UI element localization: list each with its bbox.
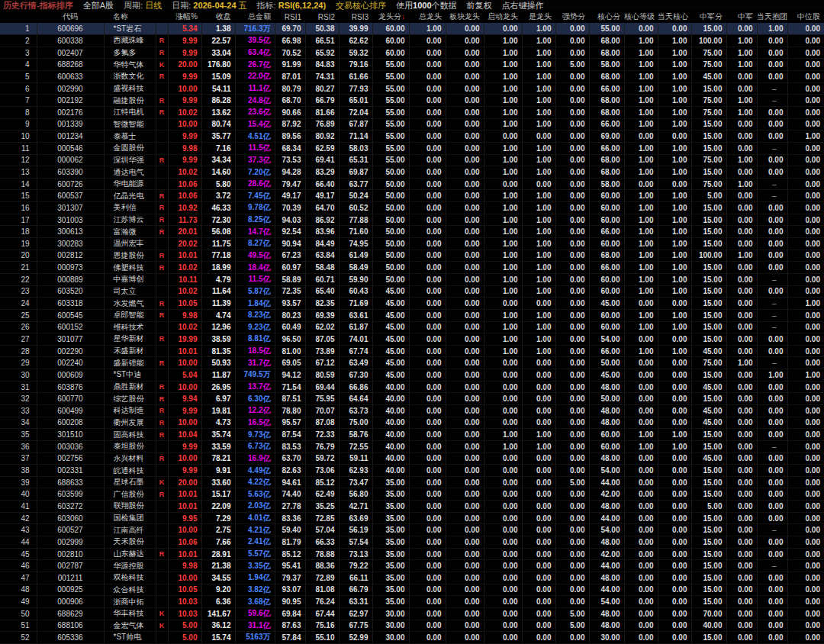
table-row[interactable]: 18300613富瀚微R20.0156.0814.7亿92.5483.9671.… (0, 226, 824, 238)
indicator-control[interactable]: 指标: RSI(6,12,24) (257, 0, 327, 11)
column-header-rsi1[interactable]: RSI1 (275, 11, 305, 23)
market-selector[interactable]: 全部A股 (83, 0, 114, 11)
table-row[interactable]: 20002812恩捷股份R10.0177.1849.5亿67.2363.8461… (0, 250, 824, 262)
row-index: 43 (0, 524, 37, 536)
stock-code: 600696 (37, 23, 104, 35)
column-header-midarmy[interactable]: 中军 (726, 11, 757, 23)
change-pct: 9.98 (168, 560, 201, 572)
table-row[interactable]: 49000906浙商中拓10.036.363.68亿90.9576.2463.3… (0, 596, 824, 608)
table-row[interactable]: 19300283温州宏丰20.0211.758.27亿90.9484.4974.… (0, 238, 824, 250)
table-row[interactable]: 13603390通达电气10.0214.607.20亿94.2883.2969.… (0, 166, 824, 179)
table-row[interactable]: 32600770综艺股份R9.946.976.30亿87.5175.9564.6… (0, 393, 824, 405)
row-index: 51 (0, 620, 37, 632)
column-header-start-dragon[interactable]: 启动龙头 (484, 11, 522, 23)
column-header-today-huddle[interactable]: 当天抱团 (757, 11, 787, 23)
sort-mode[interactable]: 交易核心排序 (336, 0, 386, 11)
table-row[interactable]: 34600208衢州发展R10.004.7316.5亿95.5787.0875.… (0, 417, 824, 429)
table-row[interactable]: 27301077星华新材R19.9938.598.81亿96.5087.0574… (0, 333, 824, 346)
column-header-close-price[interactable]: 收盘 (201, 11, 235, 23)
table-row[interactable]: 9001339智微智能10.0080.7415.4亿87.9276.8967.8… (0, 118, 824, 130)
column-header-midarmy-score[interactable]: 中军分 (691, 11, 726, 23)
indicator-value[interactable]: RSI(6,12,24) (278, 1, 326, 10)
table-row[interactable]: 17301003江苏博云R11.7372.308.25亿94.0386.9277… (0, 214, 824, 226)
change-pct: 10.92 (168, 202, 201, 214)
column-header-change-pct[interactable]: 涨幅% (168, 11, 201, 23)
table-row[interactable]: 52605336*ST帅电5.0015.745163万57.8455.1052.… (0, 632, 824, 644)
column-header-core-score[interactable]: 核心分 (589, 11, 624, 23)
table-row[interactable]: 39688633星球石墨K20.0033.604.22亿94.6185.1273… (0, 476, 824, 488)
column-header-median-stock[interactable]: 中位股 (787, 11, 824, 23)
table-row[interactable]: 50688629华丰科技K10.03141.6759.6亿69.8467.446… (0, 607, 824, 620)
table-row[interactable]: 42603060国检集团9.957.294.01亿83.3672.8563.69… (0, 512, 824, 524)
table-row[interactable]: 1600696*ST岩石5.341.38716.3万69.7050.3839.9… (0, 23, 824, 35)
table-row[interactable]: 3002407多氟多R9.9933.0463.4亿70.5265.9259.32… (0, 47, 824, 59)
core-level: 0.00 (624, 584, 658, 596)
period-value[interactable]: 日线 (145, 1, 162, 10)
core-score: 44.00 (589, 560, 624, 572)
total-dragon: 0.00 (409, 202, 446, 214)
table-row[interactable]: 16301307美利信R10.9246.339.78亿70.3964.7060.… (0, 202, 824, 214)
today-huddle: 0.00 (757, 226, 787, 238)
column-header-dragon-score[interactable]: 龙头分↓ (372, 11, 409, 23)
column-header-core-level[interactable]: 核心等级 (624, 11, 658, 23)
table-row[interactable]: 46002787华源控股9.9821.383.35亿95.4188.3679.2… (0, 560, 824, 572)
table-row[interactable]: 10001234泰慕士9.9935.774.51亿89.5680.9271.14… (0, 130, 824, 143)
board-marker: R (156, 488, 168, 501)
stock-code: 603060 (37, 512, 104, 524)
table-row[interactable]: 26600152维科技术10.0212.969.23亿60.4962.0261.… (0, 321, 824, 333)
dragon-score: 50.00 (372, 238, 409, 250)
table-row[interactable]: 5600633浙数文化R9.9915.0922.0亿87.0174.3161.6… (0, 71, 824, 83)
column-header-is-dragon[interactable]: 是龙头 (522, 11, 555, 23)
table-row[interactable]: 51688106金宏气体K5.0036.1231.1亿87.6375.1667.… (0, 620, 824, 632)
table-row[interactable]: 47001211双枪科技10.0034.551.94亿79.3772.8966.… (0, 572, 824, 584)
table-row[interactable]: 38002331皖通科技9.999.914.49亿82.6373.0662.93… (0, 465, 824, 477)
period-control[interactable]: 周期: 日线 (124, 0, 162, 11)
adjust-mode[interactable]: 前复权 (467, 0, 492, 11)
date-control[interactable]: 日期: 2026-04-24 五 (172, 0, 246, 11)
table-row[interactable]: 21000973佛塑科技R10.0218.9918.4亿60.9758.4858… (0, 262, 824, 274)
table-row[interactable]: 36003036泰坦股份9.9933.596.73亿83.5376.7972.5… (0, 440, 824, 452)
table-row[interactable]: 28002290禾盛新材10.0181.3518.5亿81.0073.8967.… (0, 345, 824, 357)
table-row[interactable]: 33600499科达制造R9.9919.8112.2亿78.8070.0763.… (0, 405, 824, 417)
table-row[interactable]: 15600537亿晶光电R10.063.727.45亿49.1749.1750.… (0, 190, 824, 202)
today-core: 0.00 (658, 333, 691, 346)
table-row[interactable]: 7002192融捷股份R9.9986.2824.8亿68.7066.7965.0… (0, 95, 824, 107)
table-row[interactable]: 35301510固高科技R10.0435.749.73亿87.5472.3358… (0, 429, 824, 441)
column-header-rsi2[interactable]: RSI2 (305, 11, 339, 23)
table-row[interactable]: 8002176江特电机R10.0213.6223.6亿90.6681.6672.… (0, 106, 824, 118)
rsi3: 62.62 (339, 35, 372, 47)
table-row[interactable]: 29002240盛新锂能R10.0050.9331.7亿69.0567.1263… (0, 357, 824, 369)
column-header-rsi3[interactable]: RSI3 (339, 11, 372, 23)
table-row[interactable]: 22000889中嘉博创10.114.7911.5亿58.8960.7159.9… (0, 273, 824, 285)
column-header-stock-name[interactable]: 名称 (104, 11, 156, 23)
date-value[interactable]: 2026-04-24 (193, 1, 236, 10)
close-price: 34.34 (201, 154, 235, 166)
table-row[interactable]: 23603520司太立10.0211.645.87亿72.3565.4060.4… (0, 285, 824, 298)
table-row[interactable]: 11000546金圆股份9.987.1611.5亿68.3462.5958.03… (0, 142, 824, 154)
strength-score: 0.00 (555, 465, 589, 477)
table-row[interactable]: 6002990盛视科技10.0054.1111.1亿80.7980.2777.9… (0, 82, 824, 95)
table-row[interactable]: 43600527江南高纤10.002.754.21亿59.4057.0456.1… (0, 524, 824, 536)
table-row[interactable]: 12000062深圳华强R9.9934.3437.3亿73.5369.4165.… (0, 154, 824, 166)
table-row[interactable]: 14600726华电能源10.065.8028.6亿79.4766.4063.7… (0, 178, 824, 190)
table-row[interactable]: 25600545卓郎智能R9.984.748.23亿80.2369.3963.6… (0, 309, 824, 321)
column-header-sector-dragon[interactable]: 板块龙头 (446, 11, 484, 23)
column-header-stock-code[interactable]: 代码 (37, 11, 104, 23)
table-row[interactable]: 45002810山东赫达R10.0128.915.57亿85.1278.8873… (0, 548, 824, 560)
table-row[interactable]: 48000925众合科技10.059.203.82亿93.0781.0866.7… (0, 584, 824, 596)
column-header-today-core[interactable]: 当天核心 (658, 11, 691, 23)
table-row[interactable]: 30000609*ST中迪5.0411.87749.5万94.1280.5967… (0, 369, 824, 382)
table-row[interactable]: 37002756永兴材料R10.0078.2116.9亿63.7059.7259… (0, 452, 824, 465)
table-row[interactable]: 44002999天禾股份10.067.662.41亿81.7966.3357.5… (0, 536, 824, 549)
table-row[interactable]: 24603318水发燃气R10.0511.391.84亿93.5782.3571… (0, 298, 824, 310)
column-header-total-dragon[interactable]: 总龙头 (409, 11, 446, 23)
table-row[interactable]: 4688268华特气体K20.00176.8026.7亿91.9984.8379… (0, 59, 824, 71)
table-row[interactable]: 31603876鼎胜新材R10.0026.9513.7亿71.5469.4466… (0, 381, 824, 393)
column-header-strength-score[interactable]: 强势分 (555, 11, 589, 23)
table-row[interactable]: 40603599广信股份R10.0115.175.63亿74.4062.4956… (0, 488, 824, 501)
dragon-score: 50.00 (372, 214, 409, 226)
rsi3: 63.73 (339, 405, 372, 417)
table-row[interactable]: 41603272联翔股份10.0122.092.03亿27.7835.2542.… (0, 501, 824, 513)
table-row[interactable]: 2600338西藏珠峰R9.9922.5739.5亿66.9866.5162.6… (0, 35, 824, 47)
column-header-turnover[interactable]: 总金额 (235, 11, 275, 23)
